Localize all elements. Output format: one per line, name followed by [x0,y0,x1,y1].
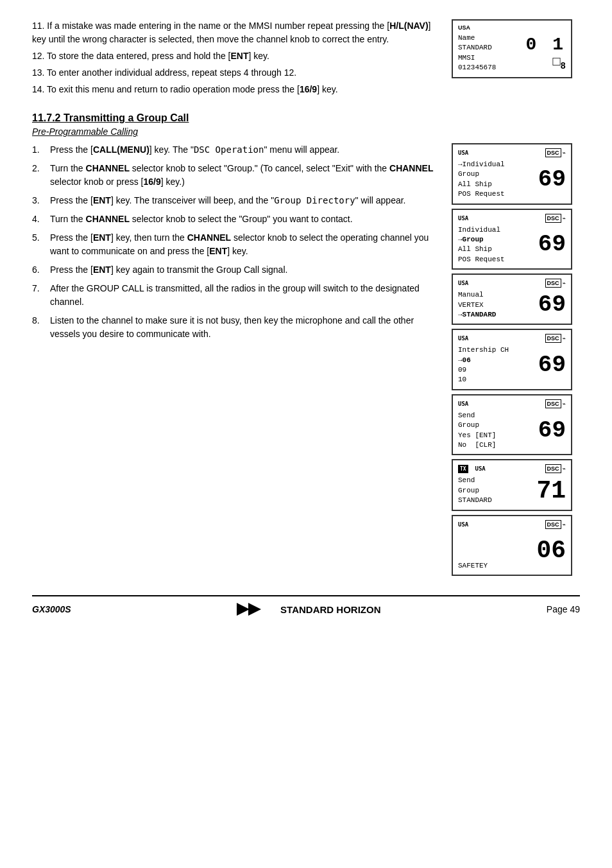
lcd4-header-left: USA [458,335,468,342]
lcd4-header-right: DSC ⌁ [545,334,566,343]
footer: GX3000S STANDARD HORIZON Page 49 [32,595,580,617]
svg-marker-0 [237,603,250,616]
steps-column: 1. Press the [CALL(MENU)] key. The "DSC … [32,143,439,576]
section-subtitle: Pre-Programmable Calling [32,126,580,137]
lcd4-number: 69 [538,354,566,377]
sh-logo-icon [237,602,275,617]
16-9-key: 16/9 [300,84,317,94]
dsc-icon-6: DSC [545,464,561,473]
intro-section: 11. If a mistake was made entering in th… [32,19,580,100]
lcd1-number: 69 [538,168,566,191]
dsc-icon-5: DSC [545,399,561,408]
step-7: 7. After the GROUP CALL is transmitted, … [32,282,439,309]
lcd-top-text: Name STANDARD MMSI 012345678 [458,33,496,73]
lcd6-text: Send Group STANDARD [458,476,492,505]
antenna-icon-1: ⌁ [563,150,566,156]
step-5: 5. Press the [ENT] key, then turn the CH… [32,231,439,258]
16-9-ref-2: 16/9 [144,177,161,187]
intro-item-11: 11. If a mistake was made entering in th… [32,19,439,46]
ent-key-6: ENT [93,265,111,275]
lcd2-header-left: USA [458,215,468,221]
step-1: 1. Press the [CALL(MENU)] key. The "DSC … [32,143,439,157]
channel-ref-4: CHANNEL [86,214,130,224]
dsc-icon-2: DSC [545,214,561,223]
lcd-top: USA Name STANDARD MMSI 012345678 0 1 □8 [452,19,572,78]
antenna-icon-5: ⌁ [563,401,566,407]
lcd2-number: 69 [538,233,566,256]
lcd2-text: Individual →Group All Ship POS Request [458,225,505,265]
lcd1-header-right: DSC ⌁ [545,148,566,157]
channel-ref-2b: CHANNEL [389,163,433,173]
antenna-icon-4: ⌁ [563,335,566,342]
lcd1-header-left: USA [458,150,468,156]
intro-item-14: 14. To exit this menu and return to radi… [32,83,439,96]
lcd-display-2: USA DSC ⌁ Individual →Group All Ship POS… [452,209,572,270]
lcd7-number: 06 [536,539,566,563]
step-1-num: 1. [32,143,40,157]
svg-marker-1 [248,603,261,616]
lcd-display-5: USA DSC ⌁ Send Group Yes [ENT] No [CLR] … [452,394,572,456]
step-2-num: 2. [32,162,40,175]
lcd3-text: Manual VERTEX →STANDARD [458,290,496,320]
antenna-icon-7: ⌁ [563,521,566,528]
lcd5-text: Send Group Yes [ENT] No [CLR] [458,411,496,451]
step-4-num: 4. [32,213,40,226]
footer-brand-text: STANDARD HORIZON [280,604,380,615]
ent-key-5b: ENT [209,246,227,256]
lcd1-text: →Individual Group All Ship POS Request [458,160,505,200]
dsc-icon-7: DSC [545,520,561,529]
channel-ref-5: CHANNEL [187,232,231,243]
ent-key: ENT [231,51,249,61]
main-content: 1. Press the [CALL(MENU)] key. The "DSC … [32,143,580,576]
ent-key-3: ENT [93,195,111,205]
step-5-num: 5. [32,231,40,245]
dsc-icon-1: DSC [545,148,561,157]
lcd7-text: SAFETEY [458,532,488,571]
lcd3-header-right: DSC ⌁ [545,279,566,288]
lcd6-number: 71 [536,479,566,503]
step-8: 8. Listen to the channel to make sure it… [32,314,439,341]
step-4: 4. Turn the CHANNEL selector knob to sel… [32,213,439,226]
nav-key: H/L(NAV) [389,21,428,31]
lcd-top-digits: 0 1 □8 [526,35,566,71]
step-6-num: 6. [32,263,40,277]
step-8-num: 8. [32,314,40,327]
dsc-icon-3: DSC [545,279,561,288]
intro-item-12: 12. To store the data entered, press and… [32,49,439,63]
lcd5-number: 69 [538,419,566,442]
call-menu-key: CALL(MENU) [93,144,149,155]
step-2: 2. Turn the CHANNEL selector knob to sel… [32,162,439,189]
lcd3-header-left: USA [458,280,468,286]
intro-item-13: 13. To enter another individual address,… [32,66,439,80]
footer-brand-area: STANDARD HORIZON [237,602,380,617]
footer-page: Page 49 [547,604,580,614]
lcd-top-header: USA [458,24,566,31]
ent-key-5a: ENT [93,232,111,243]
lcd-display-6: TX USA DSC ⌁ Send Group STANDARD 71 [452,459,572,510]
lcd7-header-right: DSC ⌁ [545,520,566,529]
lcd-display-7: USA DSC ⌁ SAFETEY 06 [452,515,572,577]
step-7-num: 7. [32,282,40,295]
section-heading: 11.7.2 Transmitting a Group Call [32,112,580,124]
displays-column: USA DSC ⌁ →Individual Group All Ship POS… [452,143,580,576]
lcd3-number: 69 [538,293,566,317]
lcd7-header-left: USA [458,521,468,528]
tx-badge: TX [458,465,468,473]
lcd5-header-right: DSC ⌁ [545,399,566,408]
lcd-display-3: USA DSC ⌁ Manual VERTEX →STANDARD 69 [452,273,572,325]
lcd2-header-right: DSC ⌁ [545,214,566,223]
lcd6-header-left: TX USA [458,465,486,472]
lcd5-header-left: USA [458,401,468,407]
steps-list: 1. Press the [CALL(MENU)] key. The "DSC … [32,143,439,341]
antenna-icon-3: ⌁ [563,280,566,286]
antenna-icon-2: ⌁ [563,215,566,221]
lcd6-header-right: DSC ⌁ [545,464,566,473]
dsc-icon-4: DSC [545,334,561,343]
step-3: 3. Press the [ENT] key. The transceiver … [32,194,439,207]
footer-model: GX3000S [32,604,71,614]
channel-ref-2: CHANNEL [86,163,130,173]
step-6: 6. Press the [ENT] key again to transmit… [32,263,439,277]
lcd4-text: Intership CH →06 09 10 [458,345,509,385]
antenna-icon-6: ⌁ [563,465,566,472]
lcd-display-1: USA DSC ⌁ →Individual Group All Ship POS… [452,143,572,205]
